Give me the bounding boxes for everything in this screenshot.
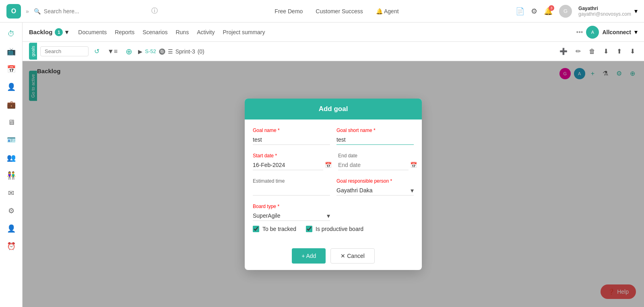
expand-icon[interactable]: » (26, 8, 29, 14)
modal-footer: + Add ✕ Cancel (245, 248, 422, 270)
responsible-select[interactable]: Gayathri Daka (336, 185, 414, 196)
is-productive-checkbox[interactable] (306, 226, 312, 232)
sprint-count: (0) (198, 48, 204, 55)
goal-short-name-label: Goal short name * (336, 128, 414, 133)
user-email: gayathri@snovosys.com (578, 11, 631, 17)
end-date-group: End date 📅 (338, 153, 417, 170)
user-info: Gayathri gayathri@snovosys.com ▾ (578, 6, 638, 17)
board-type-select-wrapper: SuperAgile ▾ (253, 211, 330, 221)
edit-btn[interactable]: ✏ (573, 46, 583, 57)
sprint-arrow[interactable]: ▶ (138, 48, 142, 55)
sidebar-item-card[interactable]: 🪪 (3, 132, 19, 148)
modal-title: Add goal (319, 105, 348, 113)
sidebar-item-mail[interactable]: ✉ (3, 185, 19, 201)
start-date-calendar-icon[interactable]: 📅 (325, 162, 332, 168)
goal-name-group: Goal name * (253, 128, 330, 145)
sidebar-icons: ⏱ 📺 📅 👤 💼 🖥 🪪 👥 👫 ✉ ⚙ 👤 ⏰ (0, 23, 23, 307)
import-btn[interactable]: ⬆ (614, 46, 624, 57)
content-area: Go to active Backlog G A + ⚗ ⚙ ⊕ (23, 61, 644, 307)
end-date-calendar-icon[interactable]: 📅 (410, 162, 417, 168)
toolbar-right: ➕ ✏ 🗑 ⬇ ⬆ ⬇ (557, 46, 638, 57)
goals-tab[interactable]: goals (29, 43, 37, 60)
user-name: Gayathri (578, 6, 631, 11)
secondary-nav-links: Documents Reports Scenarios Runs Activit… (78, 29, 265, 35)
sprint-icon: 🔘 (159, 48, 165, 55)
doc-icon[interactable]: 📄 (516, 7, 524, 16)
responsible-label: Goal responsible person * (336, 178, 414, 184)
to-be-tracked-label: To be tracked (262, 226, 296, 232)
sprint-tag: S-52 (145, 48, 156, 54)
sidebar-item-monitor[interactable]: 📺 (3, 43, 19, 60)
board-type-group: Board type * SuperAgile ▾ (253, 204, 330, 221)
estimated-time-input[interactable] (253, 185, 330, 196)
customer-success-link[interactable]: Customer Success (316, 8, 363, 14)
start-date-wrapper: 📅 (253, 160, 332, 170)
app-logo: O (6, 4, 21, 19)
to-be-tracked-item: To be tracked (253, 226, 296, 232)
add-goal-button[interactable]: + Add (292, 248, 326, 264)
filter-btn[interactable]: ▼≡ (105, 46, 120, 57)
nav-scenarios[interactable]: Scenarios (142, 29, 167, 35)
backlog-title: Backlog 1 ▾ (29, 28, 68, 36)
nav-runs[interactable]: Runs (175, 29, 189, 35)
sidebar-item-user[interactable]: 👤 (3, 220, 19, 237)
goal-name-input[interactable] (253, 135, 330, 145)
responsible-group: Goal responsible person * Gayathri Daka … (336, 178, 414, 196)
avatar: G (559, 5, 572, 18)
search-area: 🔍 (34, 8, 147, 14)
allconnect-label: Allconnect (602, 29, 631, 35)
end-date-input[interactable] (338, 160, 409, 170)
end-date-label: End date (338, 153, 417, 159)
sidebar-item-settings[interactable]: ⚙ (3, 203, 19, 219)
sidebar-item-calendar[interactable]: 📅 (3, 61, 19, 77)
form-row-3: Estimated time Goal responsible person * (253, 178, 414, 196)
secondary-nav: Backlog 1 ▾ Documents Reports Scenarios … (23, 23, 644, 42)
modal-header: Add goal (245, 99, 422, 120)
to-be-tracked-checkbox[interactable] (253, 226, 259, 232)
settings-icon[interactable]: ⚙ (531, 7, 537, 16)
sidebar-item-person[interactable]: 👤 (3, 79, 19, 95)
notification-icon[interactable]: 🔔 3 (544, 7, 553, 16)
project-avatar: A (586, 26, 599, 39)
sidebar-item-team[interactable]: 👫 (3, 167, 19, 183)
free-demo-link[interactable]: Free Demo (275, 8, 303, 14)
estimated-time-group: Estimated time (253, 178, 330, 196)
sidebar-item-clock[interactable]: ⏱ (3, 26, 19, 42)
is-productive-label: Is productive board (316, 226, 363, 232)
nav-project-summary[interactable]: Project summary (223, 29, 265, 35)
responsible-select-wrapper: Gayathri Daka ▾ (336, 185, 414, 196)
export-btn[interactable]: ⬇ (601, 46, 611, 57)
toolbar-search-input[interactable] (40, 46, 89, 56)
agent-link[interactable]: 🔔 Agent (376, 8, 399, 14)
allconnect-dropdown[interactable]: ▾ (634, 28, 638, 36)
sidebar-item-desktop[interactable]: 🖥 (3, 114, 19, 130)
board-type-spacer (336, 204, 414, 221)
backlog-dropdown-icon[interactable]: ▾ (65, 29, 68, 36)
add-btn[interactable]: ⊕ (123, 45, 135, 58)
add-goal-modal: Add goal Goal name * (245, 99, 422, 270)
sidebar-item-briefcase[interactable]: 💼 (3, 97, 19, 113)
backlog-count-badge: 1 (55, 28, 63, 36)
collapse-btn[interactable]: ⬇ (627, 46, 638, 57)
nav-activity[interactable]: Activity (197, 29, 215, 35)
notification-badge: 3 (549, 5, 554, 11)
nav-documents[interactable]: Documents (78, 29, 107, 35)
more-icon[interactable]: ••• (576, 29, 583, 36)
add-sprint-btn[interactable]: ➕ (557, 46, 570, 57)
sidebar-item-timer[interactable]: ⏰ (3, 238, 19, 254)
start-date-input[interactable] (253, 160, 323, 170)
cancel-button[interactable]: ✕ Cancel (330, 248, 374, 264)
goal-name-label: Goal name * (253, 128, 330, 133)
sidebar-item-group[interactable]: 👥 (3, 150, 19, 166)
goal-short-name-input[interactable] (336, 135, 414, 145)
reset-filter-btn[interactable]: ↺ (92, 46, 102, 57)
search-icon: 🔍 (34, 8, 41, 14)
nav-reports[interactable]: Reports (115, 29, 134, 35)
user-dropdown-icon[interactable]: ▾ (634, 7, 638, 15)
board-type-select[interactable]: SuperAgile (253, 211, 330, 221)
search-input[interactable] (44, 8, 116, 14)
sprint-menu-icon[interactable]: ☰ (168, 48, 173, 55)
delete-btn[interactable]: 🗑 (586, 46, 598, 57)
center-nav: Free Demo Customer Success 🔔 Agent (163, 8, 511, 14)
backlog-label: Backlog (29, 29, 52, 35)
